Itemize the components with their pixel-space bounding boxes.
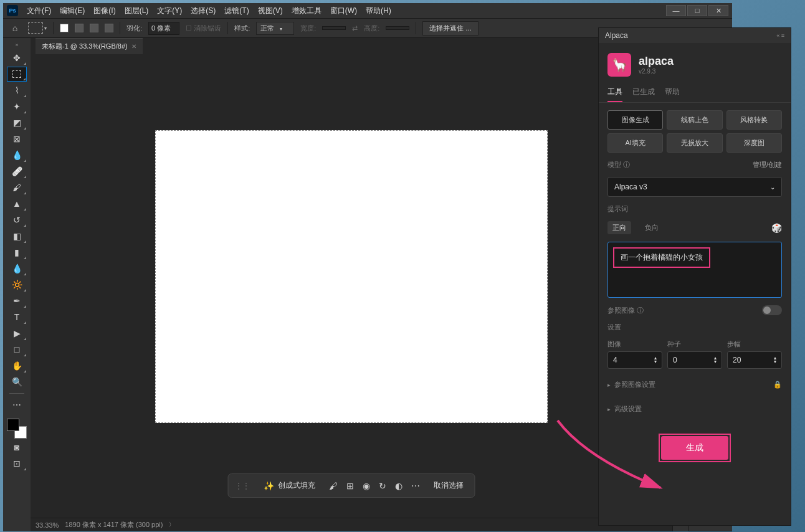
dodge-tool[interactable]: 🔆 bbox=[7, 277, 27, 292]
sel-add-icon[interactable] bbox=[75, 24, 83, 32]
menu-type[interactable]: 文字(Y) bbox=[153, 4, 186, 17]
brush-tool[interactable]: 🖌 bbox=[7, 180, 27, 195]
prompt-highlight: 画一个抱着橘猫的小女孩 bbox=[613, 247, 710, 268]
close-icon[interactable]: ✕ bbox=[131, 43, 136, 50]
doc-tab[interactable]: 未标题-1 @ 33.3%(RGB/8#) ✕ bbox=[36, 38, 143, 54]
menu-help[interactable]: 帮助(H) bbox=[362, 4, 395, 17]
generate-button[interactable]: 生成 bbox=[661, 436, 728, 460]
healing-tool[interactable]: 🩹 bbox=[7, 164, 27, 179]
sel-sub-icon[interactable] bbox=[90, 24, 98, 32]
marquee-tool[interactable] bbox=[7, 67, 27, 82]
prompt-tab-negative[interactable]: 负向 bbox=[640, 221, 664, 234]
alpaca-tabs: 工具 已生成 帮助 bbox=[599, 83, 791, 103]
ref-image-toggle[interactable] bbox=[762, 305, 782, 315]
home-button[interactable]: ⌂ bbox=[8, 21, 22, 35]
sel-intersect-icon[interactable] bbox=[105, 24, 113, 32]
menu-image[interactable]: 图像(I) bbox=[90, 4, 119, 17]
feather-label: 羽化: bbox=[126, 24, 142, 33]
wand-tool[interactable]: ✦ bbox=[7, 99, 27, 114]
steps-spinner[interactable]: 20▴▾ bbox=[727, 351, 782, 369]
menu-view[interactable]: 视图(V) bbox=[254, 4, 287, 17]
minimize-button[interactable]: — bbox=[666, 5, 686, 16]
dice-icon[interactable]: 🎲 bbox=[771, 223, 782, 233]
status-bar: 33.33% 1890 像素 x 1417 像素 (300 ppi) 〉 bbox=[31, 518, 672, 531]
crop-tool[interactable]: ◩ bbox=[7, 115, 27, 130]
maximize-button[interactable]: □ bbox=[687, 5, 707, 16]
sel-new-icon[interactable] bbox=[60, 24, 69, 32]
model-select[interactable]: Alpaca v3⌄ bbox=[607, 177, 782, 197]
adjust-icon[interactable]: ⊞ bbox=[346, 481, 354, 491]
mode-lineart[interactable]: 线稿上色 bbox=[667, 110, 722, 130]
tab-tools[interactable]: 工具 bbox=[607, 83, 622, 102]
images-label: 图像 bbox=[607, 340, 662, 349]
manage-models-link[interactable]: 管理/创建 bbox=[753, 160, 782, 169]
ref-settings-collapse[interactable]: ▸参照图像设置🔒 bbox=[607, 376, 782, 393]
screenmode-tool[interactable]: ⊡ bbox=[7, 456, 27, 471]
antialias-checkbox: ☐ 消除锯齿 bbox=[186, 24, 221, 33]
eyedropper-tool[interactable]: 💧 bbox=[7, 148, 27, 163]
gradient-tool[interactable]: ▮ bbox=[7, 245, 27, 260]
hand-tool[interactable]: ✋ bbox=[7, 358, 27, 373]
mask-icon[interactable]: ◉ bbox=[363, 481, 370, 491]
menu-plugins[interactable]: 增效工具 bbox=[288, 4, 325, 17]
brush-icon[interactable]: 🖌 bbox=[329, 481, 338, 491]
color-swatches[interactable] bbox=[7, 419, 27, 439]
stamp-tool[interactable]: ▲ bbox=[7, 196, 27, 211]
edit-toolbar[interactable]: ⋯ bbox=[7, 397, 27, 412]
style-select[interactable]: 正常 ▾ bbox=[256, 22, 294, 35]
fill-icon[interactable]: ◐ bbox=[395, 481, 402, 491]
prompt-textarea[interactable]: 画一个抱着橘猫的小女孩 bbox=[607, 242, 782, 298]
drag-handle-icon[interactable]: ⋮⋮ bbox=[235, 482, 250, 490]
advanced-settings-collapse[interactable]: ▸高级设置 bbox=[607, 401, 782, 417]
zoom-level[interactable]: 33.33% bbox=[36, 521, 59, 529]
generative-fill-button[interactable]: ✨创成式填充 bbox=[259, 478, 320, 493]
tab-generated[interactable]: 已生成 bbox=[632, 83, 655, 102]
menu-select[interactable]: 选择(S) bbox=[187, 4, 219, 17]
close-button[interactable]: ✕ bbox=[708, 5, 728, 16]
pen-tool[interactable]: ✒ bbox=[7, 293, 27, 308]
width-label: 宽度: bbox=[300, 24, 316, 33]
fg-color[interactable] bbox=[7, 419, 19, 431]
shape-tool[interactable]: □ bbox=[7, 342, 27, 357]
deselect-button[interactable]: 取消选择 bbox=[429, 478, 469, 493]
menu-file[interactable]: 文件(F) bbox=[23, 4, 55, 17]
move-tool[interactable]: ✥ bbox=[7, 50, 27, 65]
history-brush-tool[interactable]: ↺ bbox=[7, 212, 27, 227]
menu-window[interactable]: 窗口(W) bbox=[326, 4, 361, 17]
alpaca-panel: Alpaca « ≡ 🦙 alpaca v2.9.3 工具 已生成 帮助 图像生… bbox=[598, 27, 791, 526]
menu-layer[interactable]: 图层(L) bbox=[121, 4, 153, 17]
window-controls: — □ ✕ bbox=[666, 5, 728, 16]
canvas[interactable] bbox=[155, 130, 548, 423]
select-and-mask-button[interactable]: 选择并遮住 ... bbox=[422, 21, 478, 36]
steps-label: 步幅 bbox=[727, 340, 782, 349]
tools-panel: » ✥ ⌇ ✦ ◩ ⊠ 💧 🩹 🖌 ▲ ↺ ◧ ▮ 💧 🔆 ✒ T ▶ □ ✋ … bbox=[3, 38, 31, 531]
mode-depth[interactable]: 深度图 bbox=[726, 133, 782, 153]
mode-aifill[interactable]: AI填充 bbox=[607, 133, 663, 153]
alpaca-name: alpaca bbox=[639, 55, 674, 68]
doc-dimensions: 1890 像素 x 1417 像素 (300 ppi) bbox=[65, 520, 163, 530]
mode-upscale[interactable]: 无损放大 bbox=[667, 133, 722, 153]
type-tool[interactable]: T bbox=[7, 310, 27, 325]
images-spinner[interactable]: 4▴▾ bbox=[607, 351, 662, 369]
lasso-tool[interactable]: ⌇ bbox=[7, 83, 27, 98]
tab-help[interactable]: 帮助 bbox=[665, 83, 680, 102]
blur-tool[interactable]: 💧 bbox=[7, 261, 27, 276]
quickmask-tool[interactable]: ◙ bbox=[7, 440, 27, 455]
marquee-preview[interactable] bbox=[28, 22, 43, 34]
menu-filter[interactable]: 滤镜(T) bbox=[221, 4, 252, 17]
transform-icon[interactable]: ↻ bbox=[379, 481, 386, 491]
zoom-tool[interactable]: 🔍 bbox=[7, 374, 27, 389]
frame-tool[interactable]: ⊠ bbox=[7, 131, 27, 146]
more-icon[interactable]: ⋯ bbox=[411, 481, 420, 491]
feather-input[interactable]: 0 像素 bbox=[148, 22, 179, 35]
seed-spinner[interactable]: 0▴▾ bbox=[667, 351, 722, 369]
path-select-tool[interactable]: ▶ bbox=[7, 326, 27, 341]
eraser-tool[interactable]: ◧ bbox=[7, 229, 27, 244]
mode-grid: 图像生成 线稿上色 风格转换 AI填充 无损放大 深度图 bbox=[607, 110, 782, 153]
mode-image-gen[interactable]: 图像生成 bbox=[607, 110, 663, 130]
mode-style[interactable]: 风格转换 bbox=[726, 110, 782, 130]
prompt-tab-positive[interactable]: 正向 bbox=[607, 221, 631, 234]
canvas-viewport[interactable]: ⋮⋮ ✨创成式填充 🖌 ⊞ ◉ ↻ ◐ ⋯ 取消选择 bbox=[31, 54, 672, 518]
model-label: 模型 bbox=[607, 161, 621, 168]
menu-edit[interactable]: 编辑(E) bbox=[56, 4, 88, 17]
